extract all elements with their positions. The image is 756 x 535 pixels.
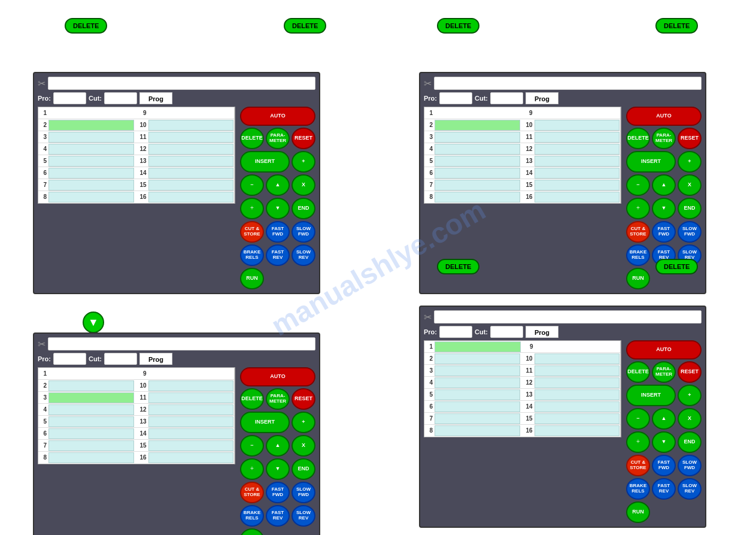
pro-input-3[interactable] [53, 353, 86, 365]
fast-rev-btn-1[interactable]: FASTREV [266, 244, 290, 266]
up-btn-1[interactable]: ▲ [266, 174, 290, 196]
parameter-btn-1[interactable]: PARA-METER [266, 128, 290, 149]
parameter-btn-2[interactable]: PARA-METER [652, 128, 676, 149]
end-btn-2[interactable]: END [678, 198, 702, 219]
delete-btn-panel1[interactable]: DELETE [240, 128, 264, 149]
divide-btn-4[interactable]: ÷ [626, 431, 650, 453]
cut-store-btn-1[interactable]: CUT &STORE [240, 221, 264, 243]
slow-fwd-btn-3[interactable]: SLOWFWD [292, 482, 315, 503]
up-btn-2[interactable]: ▲ [652, 174, 676, 196]
plus-btn-2[interactable]: + [678, 151, 702, 173]
delete-button-top-4[interactable]: DELETE [655, 18, 698, 34]
fast-fwd-btn-1[interactable]: FASTFWD [266, 221, 290, 243]
data-row: 3 11 [38, 131, 234, 143]
x-btn-1[interactable]: X [292, 174, 315, 196]
data-row: 7 15 [424, 179, 620, 191]
reset-btn-4[interactable]: RESET [678, 361, 702, 383]
slow-rev-btn-4[interactable]: SLOWREV [678, 478, 702, 500]
parameter-btn-4[interactable]: PARA-METER [652, 361, 676, 383]
divide-btn-1[interactable]: ÷ [240, 198, 264, 219]
brake-rels-btn-3[interactable]: BRAKERELS [240, 505, 264, 527]
cut-store-btn-3[interactable]: CUT &STORE [240, 482, 264, 503]
up-btn-3[interactable]: ▲ [266, 435, 290, 457]
pro-input-2[interactable] [439, 92, 472, 104]
delete-button-top-3[interactable]: DELETE [437, 18, 479, 34]
end-btn-4[interactable]: END [678, 431, 702, 453]
plus-btn-1[interactable]: + [292, 151, 315, 173]
cut-input-4[interactable] [490, 326, 523, 338]
plus-btn-4[interactable]: + [678, 385, 702, 406]
up-btn-4[interactable]: ▲ [652, 408, 676, 430]
cut-input-2[interactable] [490, 92, 523, 104]
reset-btn-3[interactable]: RESET [292, 388, 315, 410]
insert-btn-4[interactable]: INSERT [626, 385, 676, 406]
run-btn-2[interactable]: RUN [626, 268, 650, 289]
x-btn-2[interactable]: X [678, 174, 702, 196]
end-btn-3[interactable]: END [292, 458, 315, 480]
pro-input-4[interactable] [439, 326, 472, 338]
delete-button-panel2-br[interactable]: DELETE [655, 259, 698, 274]
prog-btn-3[interactable]: Prog [139, 353, 172, 365]
down-btn-2[interactable]: ▼ [652, 198, 676, 219]
auto-button-3[interactable]: AUTO [240, 367, 315, 386]
cut-store-btn-4[interactable]: CUT &STORE [626, 455, 650, 476]
minus-btn-2[interactable]: − [626, 174, 650, 196]
minus-btn-4[interactable]: − [626, 408, 650, 430]
cut-input-3[interactable] [104, 353, 137, 365]
brake-rels-btn-1[interactable]: BRAKERELS [240, 244, 264, 266]
fast-rev-btn-3[interactable]: FASTREV [266, 505, 290, 527]
brake-rels-btn-2[interactable]: BRAKERELS [626, 244, 650, 266]
pro-input-1[interactable] [53, 92, 86, 104]
x-btn-4[interactable]: X [678, 408, 702, 430]
minus-btn-3[interactable]: − [240, 435, 264, 457]
divide-btn-2[interactable]: ÷ [626, 198, 650, 219]
slow-fwd-btn-1[interactable]: SLOWFWD [292, 221, 315, 243]
title-input-2[interactable] [434, 77, 702, 90]
divide-btn-3[interactable]: ÷ [240, 458, 264, 480]
delete-button-top-1[interactable]: DELETE [65, 18, 107, 34]
down-btn-4[interactable]: ▼ [652, 431, 676, 453]
title-input-3[interactable] [48, 337, 315, 350]
fast-fwd-btn-2[interactable]: FASTFWD [652, 221, 676, 243]
reset-btn-2[interactable]: RESET [678, 128, 702, 149]
insert-btn-2[interactable]: INSERT [626, 151, 676, 173]
auto-button-4[interactable]: AUTO [626, 340, 702, 359]
delete-btn-panel2[interactable]: DELETE [626, 128, 650, 149]
pro-label-1: Pro: [38, 95, 51, 102]
fast-fwd-btn-3[interactable]: FASTFWD [266, 482, 290, 503]
pro-label-4: Pro: [424, 328, 437, 335]
fast-rev-btn-4[interactable]: FASTREV [652, 478, 676, 500]
insert-btn-3[interactable]: INSERT [240, 412, 290, 433]
prog-btn-4[interactable]: Prog [526, 326, 558, 338]
prog-btn-1[interactable]: Prog [139, 92, 172, 104]
minus-btn-1[interactable]: − [240, 174, 264, 196]
run-btn-3[interactable]: RUN [240, 528, 264, 535]
cut-store-btn-2[interactable]: CUT &STORE [626, 221, 650, 243]
title-input-1[interactable] [48, 77, 315, 90]
x-btn-3[interactable]: X [292, 435, 315, 457]
run-btn-4[interactable]: RUN [626, 501, 650, 523]
fast-fwd-btn-4[interactable]: FASTFWD [652, 455, 676, 476]
delete-btn-panel3[interactable]: DELETE [240, 388, 264, 410]
delete-btn-panel4[interactable]: DELETE [626, 361, 650, 383]
parameter-btn-3[interactable]: PARA-METER [266, 388, 290, 410]
slow-fwd-btn-4[interactable]: SLOWFWD [678, 455, 702, 476]
slow-rev-btn-3[interactable]: SLOWREV [292, 505, 315, 527]
auto-button-2[interactable]: AUTO [626, 107, 702, 126]
brake-rels-btn-4[interactable]: BRAKERELS [626, 478, 650, 500]
slow-rev-btn-1[interactable]: SLOWREV [292, 244, 315, 266]
title-input-4[interactable] [434, 310, 702, 324]
prog-btn-2[interactable]: Prog [526, 92, 558, 104]
auto-button-1[interactable]: AUTO [240, 107, 315, 126]
down-btn-3[interactable]: ▼ [266, 458, 290, 480]
down-btn-1[interactable]: ▼ [266, 198, 290, 219]
delete-button-top-2[interactable]: DELETE [284, 18, 326, 34]
insert-btn-1[interactable]: INSERT [240, 151, 290, 173]
reset-btn-1[interactable]: RESET [292, 128, 315, 149]
plus-btn-3[interactable]: + [292, 412, 315, 433]
cut-input-1[interactable] [104, 92, 137, 104]
slow-fwd-btn-2[interactable]: SLOWFWD [678, 221, 702, 243]
delete-button-panel2-bl[interactable]: DELETE [437, 259, 479, 274]
end-btn-1[interactable]: END [292, 198, 315, 219]
run-btn-1[interactable]: RUN [240, 268, 264, 289]
